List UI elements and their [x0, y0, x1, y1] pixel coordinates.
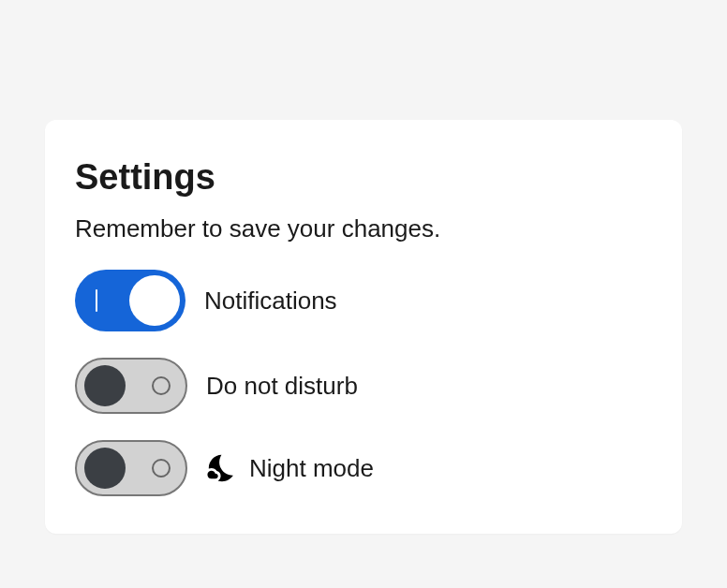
- night-mode-label: Night mode: [249, 454, 374, 483]
- notifications-label: Notifications: [204, 287, 337, 316]
- night-mode-label-group: Night mode: [206, 452, 374, 484]
- switch-thumb: [129, 275, 180, 326]
- switch-off-indicator: [152, 459, 171, 478]
- do-not-disturb-toggle[interactable]: [75, 358, 187, 414]
- night-mode-toggle[interactable]: [75, 440, 187, 496]
- switch-on-indicator: [96, 289, 97, 312]
- moon-icon: [206, 452, 238, 484]
- switch-off-indicator: [152, 376, 171, 395]
- switch-thumb: [84, 448, 126, 489]
- settings-card: Settings Remember to save your changes. …: [45, 120, 682, 534]
- settings-title: Settings: [75, 157, 652, 198]
- settings-subtitle: Remember to save your changes.: [75, 214, 652, 243]
- night-mode-row: Night mode: [75, 440, 652, 496]
- do-not-disturb-label: Do not disturb: [206, 372, 358, 401]
- notifications-row: Notifications: [75, 270, 652, 331]
- notifications-toggle[interactable]: [75, 270, 185, 331]
- switch-thumb: [84, 365, 126, 406]
- do-not-disturb-row: Do not disturb: [75, 358, 652, 414]
